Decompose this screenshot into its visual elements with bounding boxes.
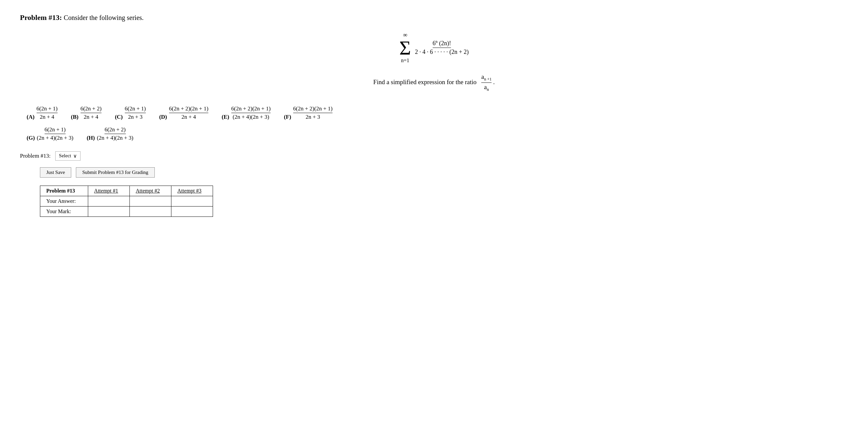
find-ratio-label: Find a simplified expression for the rat… (373, 78, 476, 86)
choices-row-2: (G) 6(2n + 1) (2n + 4)(2n + 3) (H) 6(2n … (27, 126, 848, 141)
table-answer-label: Your Answer: (40, 196, 88, 206)
select-label-text: Select (59, 153, 71, 159)
table-mark-attempt3 (171, 206, 213, 217)
title-bold: Problem #13: (20, 13, 62, 22)
choice-e: (E) 6(2n + 2)(2n + 1) (2n + 4)(2n + 3) (222, 105, 271, 121)
table-mark-attempt2 (129, 206, 171, 217)
choice-d-num: 6(2n + 2)(2n + 1) (169, 105, 208, 113)
table-answer-attempt1 (88, 196, 129, 206)
choice-f-den: 2n + 3 (306, 113, 320, 121)
choice-h-fraction: 6(2n + 2) (2n + 4)(2n + 3) (97, 126, 133, 141)
choice-g-num: 6(2n + 1) (44, 126, 66, 134)
choice-a-den: 2n + 4 (40, 113, 55, 121)
table-answer-attempt2 (129, 196, 171, 206)
choice-e-den: (2n + 4)(2n + 3) (232, 113, 269, 121)
choice-c-fraction: 6(2n + 1) 2n + 3 (125, 105, 146, 121)
just-save-button[interactable]: Just Save (40, 167, 71, 177)
attempts-table: Problem #13 Attempt #1 Attempt #2 Attemp… (40, 186, 213, 217)
table-header-row: Problem #13 Attempt #1 Attempt #2 Attemp… (40, 186, 213, 196)
problem-title: Problem #13: Consider the following seri… (20, 13, 848, 22)
find-ratio-text: Find a simplified expression for the rat… (20, 73, 848, 92)
ratio-numerator: an +1 (481, 73, 492, 83)
choices-row-1: (A) 6(2n + 1) 2n + 4 (B) 6(2n + 2) 2n + … (27, 105, 848, 121)
choice-g-fraction: 6(2n + 1) (2n + 4)(2n + 3) (37, 126, 73, 141)
chevron-down-icon: ∨ (73, 153, 77, 159)
ratio-fraction: an +1 an (481, 73, 492, 92)
choice-e-num: 6(2n + 2)(2n + 1) (231, 105, 271, 113)
series-container: ∞ Σ n=1 6n (2n)! 2 · 4 · 6 · · · · · (2n… (20, 32, 848, 63)
choice-a: (A) 6(2n + 1) 2n + 4 (27, 105, 58, 121)
choice-b-label: (B) (71, 114, 79, 121)
series-denominator: 2 · 4 · 6 · · · · · (2n + 2) (415, 48, 469, 56)
choice-g-label: (G) (27, 135, 35, 141)
table-col-problem: Problem #13 (40, 186, 88, 196)
choice-h: (H) 6(2n + 2) (2n + 4)(2n + 3) (87, 126, 133, 141)
submit-grading-button[interactable]: Submit Problem #13 for Grading (76, 167, 154, 177)
series-numerator: 6n (2n)! (433, 40, 451, 48)
choice-c-num: 6(2n + 1) (125, 105, 146, 113)
choice-a-fraction: 6(2n + 1) 2n + 4 (37, 105, 58, 121)
ratio-denominator: an (484, 83, 489, 92)
choice-b: (B) 6(2n + 2) 2n + 4 (71, 105, 101, 121)
answer-problem-label: Problem #13: (20, 153, 51, 159)
choice-d: (D) 6(2n + 2)(2n + 1) 2n + 4 (159, 105, 208, 121)
choice-g-den: (2n + 4)(2n + 3) (37, 134, 73, 141)
choices-container: (A) 6(2n + 1) 2n + 4 (B) 6(2n + 2) 2n + … (20, 105, 848, 141)
choice-f-label: (F) (284, 114, 291, 121)
sigma-symbol: Σ (399, 38, 411, 58)
choice-a-num: 6(2n + 1) (37, 105, 58, 113)
table-answer-attempt3 (171, 196, 213, 206)
choice-f: (F) 6(2n + 2)(2n + 1) 2n + 3 (284, 105, 333, 121)
table-col-attempt3: Attempt #3 (171, 186, 213, 196)
table-mark-attempt1 (88, 206, 129, 217)
choice-b-num: 6(2n + 2) (81, 105, 101, 113)
choice-c-label: (C) (115, 114, 123, 121)
choice-f-num: 6(2n + 2)(2n + 1) (293, 105, 333, 113)
choice-h-label: (H) (87, 135, 95, 141)
choice-a-label: (A) (27, 114, 35, 121)
table-row-mark: Your Mark: (40, 206, 213, 217)
table-col-attempt1: Attempt #1 (88, 186, 129, 196)
choice-e-label: (E) (222, 114, 229, 121)
choice-c: (C) 6(2n + 1) 2n + 3 (115, 105, 146, 121)
sigma-subscript: n=1 (401, 58, 409, 63)
series-expression: ∞ Σ n=1 6n (2n)! 2 · 4 · 6 · · · · · (2n… (399, 32, 469, 63)
table-mark-label: Your Mark: (40, 206, 88, 217)
choice-b-fraction: 6(2n + 2) 2n + 4 (81, 105, 101, 121)
choice-e-fraction: 6(2n + 2)(2n + 1) (2n + 4)(2n + 3) (231, 105, 271, 121)
choice-h-num: 6(2n + 2) (104, 126, 125, 134)
choice-g: (G) 6(2n + 1) (2n + 4)(2n + 3) (27, 126, 73, 141)
choice-d-label: (D) (159, 114, 167, 121)
buttons-row: Just Save Submit Problem #13 for Grading (20, 167, 848, 177)
answer-row: Problem #13: Select ∨ (20, 151, 848, 161)
sigma-block: ∞ Σ n=1 (399, 32, 411, 63)
series-fraction: 6n (2n)! 2 · 4 · 6 · · · · · (2n + 2) (415, 40, 469, 56)
choice-d-den: 2n + 4 (181, 113, 196, 121)
choice-d-fraction: 6(2n + 2)(2n + 1) 2n + 4 (169, 105, 208, 121)
table-col-attempt2: Attempt #2 (129, 186, 171, 196)
title-description: Consider the following series. (64, 14, 144, 21)
choice-f-fraction: 6(2n + 2)(2n + 1) 2n + 3 (293, 105, 333, 121)
choice-c-den: 2n + 3 (128, 113, 143, 121)
select-dropdown[interactable]: Select ∨ (55, 151, 81, 161)
choice-h-den: (2n + 4)(2n + 3) (97, 134, 133, 141)
choice-b-den: 2n + 4 (84, 113, 98, 121)
table-row-answer: Your Answer: (40, 196, 213, 206)
